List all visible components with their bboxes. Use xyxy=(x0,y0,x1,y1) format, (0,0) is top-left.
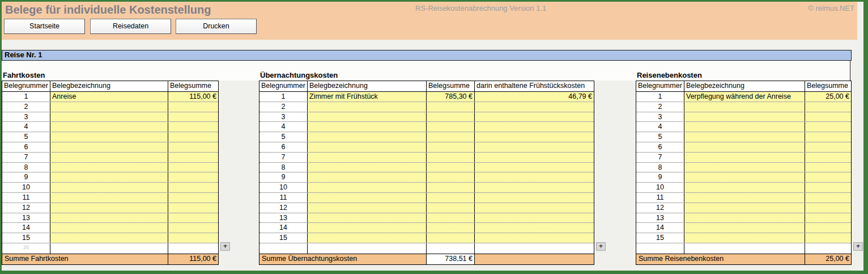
entry-cell-summe[interactable] xyxy=(168,153,218,162)
entry-cell-summe[interactable] xyxy=(427,233,475,243)
entry-cell-bezeichnung[interactable] xyxy=(684,112,805,122)
entry-cell-summe[interactable] xyxy=(168,193,218,203)
entry-cell-fruehstueck[interactable] xyxy=(475,132,594,142)
entry-cell-bezeichnung[interactable] xyxy=(308,163,427,172)
entry-cell-summe[interactable] xyxy=(805,102,851,112)
drucken-button[interactable]: Drucken xyxy=(176,19,257,34)
entry-cell-bezeichnung[interactable] xyxy=(684,172,805,182)
entry-cell-fruehstueck[interactable] xyxy=(475,112,594,122)
entry-cell-summe[interactable] xyxy=(427,172,475,182)
entry-cell-bezeichnung[interactable] xyxy=(684,122,805,132)
entry-cell-summe[interactable] xyxy=(168,172,218,182)
entry-cell-summe[interactable] xyxy=(805,213,851,223)
entry-cell-fruehstueck[interactable]: 46,79 € xyxy=(475,92,594,102)
entry-cell-summe[interactable] xyxy=(168,223,218,233)
entry-cell-bezeichnung[interactable] xyxy=(684,153,805,162)
entry-cell-bezeichnung[interactable] xyxy=(50,223,168,233)
entry-cell-bezeichnung[interactable] xyxy=(308,203,427,213)
entry-cell-bezeichnung[interactable] xyxy=(308,193,427,203)
entry-cell-bezeichnung[interactable] xyxy=(50,153,168,162)
entry-cell-summe[interactable] xyxy=(168,183,218,192)
entry-cell-summe[interactable] xyxy=(427,153,475,162)
entry-cell-summe[interactable] xyxy=(805,163,851,172)
entry-cell-summe[interactable] xyxy=(168,163,218,172)
entry-cell-summe[interactable] xyxy=(427,193,475,203)
entry-cell-bezeichnung[interactable] xyxy=(308,233,427,243)
entry-cell-bezeichnung[interactable] xyxy=(684,223,805,233)
entry-cell-fruehstueck[interactable] xyxy=(475,122,594,132)
entry-cell-fruehstueck[interactable] xyxy=(475,233,594,243)
entry-cell-bezeichnung[interactable] xyxy=(684,163,805,172)
entry-cell-summe[interactable] xyxy=(805,172,851,182)
add-row-button-uebernachtungskosten[interactable]: + xyxy=(596,242,606,251)
entry-cell-summe[interactable] xyxy=(168,102,218,112)
entry-cell-bezeichnung[interactable]: Verpflegung während der Anreise xyxy=(684,92,805,102)
entry-cell-fruehstueck[interactable] xyxy=(475,213,594,223)
entry-cell-bezeichnung[interactable] xyxy=(308,142,427,152)
add-row-button-fahrtkosten[interactable]: + xyxy=(220,242,230,251)
entry-cell-bezeichnung[interactable] xyxy=(50,102,168,112)
entry-cell-bezeichnung[interactable] xyxy=(50,112,168,122)
entry-cell-bezeichnung[interactable] xyxy=(50,213,168,223)
entry-cell-bezeichnung[interactable] xyxy=(684,183,805,192)
entry-cell-summe[interactable] xyxy=(427,112,475,122)
entry-cell-bezeichnung[interactable] xyxy=(308,122,427,132)
entry-cell-fruehstueck[interactable] xyxy=(475,163,594,172)
entry-cell-bezeichnung[interactable] xyxy=(684,102,805,112)
entry-cell-summe[interactable] xyxy=(168,203,218,213)
entry-cell-bezeichnung[interactable] xyxy=(684,213,805,223)
entry-cell-bezeichnung[interactable] xyxy=(308,223,427,233)
entry-cell-bezeichnung[interactable] xyxy=(308,213,427,223)
entry-cell-summe[interactable] xyxy=(427,183,475,192)
entry-cell-bezeichnung[interactable] xyxy=(684,233,805,243)
entry-cell-summe[interactable] xyxy=(427,213,475,223)
entry-cell-bezeichnung[interactable] xyxy=(50,172,168,182)
entry-cell-summe[interactable] xyxy=(805,153,851,162)
entry-cell-bezeichnung[interactable] xyxy=(684,203,805,213)
entry-cell-summe[interactable] xyxy=(805,142,851,152)
entry-cell-bezeichnung[interactable] xyxy=(308,112,427,122)
startseite-button[interactable]: Startseite xyxy=(4,19,85,34)
entry-cell-summe[interactable]: 25,00 € xyxy=(805,92,851,102)
entry-cell-summe[interactable] xyxy=(427,102,475,112)
entry-cell-summe[interactable] xyxy=(805,203,851,213)
entry-cell-summe[interactable] xyxy=(805,183,851,192)
entry-cell-fruehstueck[interactable] xyxy=(475,183,594,192)
reisedaten-button[interactable]: Reisedaten xyxy=(90,19,171,34)
entry-cell-fruehstueck[interactable] xyxy=(475,223,594,233)
entry-cell-summe[interactable] xyxy=(805,193,851,203)
entry-cell-bezeichnung[interactable] xyxy=(308,153,427,162)
entry-cell-summe[interactable] xyxy=(805,112,851,122)
entry-cell-summe[interactable]: 785,30 € xyxy=(427,92,475,102)
entry-cell-bezeichnung[interactable] xyxy=(50,163,168,172)
entry-cell-bezeichnung[interactable] xyxy=(308,132,427,142)
entry-cell-summe[interactable] xyxy=(805,122,851,132)
entry-cell-bezeichnung[interactable]: Anreise xyxy=(50,92,168,102)
entry-cell-fruehstueck[interactable] xyxy=(475,142,594,152)
entry-cell-summe[interactable] xyxy=(427,142,475,152)
entry-cell-bezeichnung[interactable] xyxy=(308,102,427,112)
entry-cell-bezeichnung[interactable] xyxy=(50,203,168,213)
add-row-button-reisenebenkosten[interactable]: + xyxy=(853,242,863,251)
entry-cell-fruehstueck[interactable] xyxy=(475,153,594,162)
entry-cell-summe[interactable] xyxy=(427,203,475,213)
entry-cell-bezeichnung[interactable]: Zimmer mit Frühstück xyxy=(308,92,427,102)
entry-cell-bezeichnung[interactable] xyxy=(50,142,168,152)
entry-cell-bezeichnung[interactable] xyxy=(50,233,168,243)
entry-cell-summe[interactable] xyxy=(168,213,218,223)
entry-cell-summe[interactable] xyxy=(805,132,851,142)
entry-cell-summe[interactable] xyxy=(168,132,218,142)
entry-cell-summe[interactable]: 115,00 € xyxy=(168,92,218,102)
entry-cell-summe[interactable] xyxy=(805,233,851,243)
entry-cell-fruehstueck[interactable] xyxy=(475,102,594,112)
entry-cell-fruehstueck[interactable] xyxy=(475,172,594,182)
entry-cell-summe[interactable] xyxy=(427,163,475,172)
entry-cell-summe[interactable] xyxy=(168,142,218,152)
entry-cell-summe[interactable] xyxy=(168,122,218,132)
entry-cell-summe[interactable] xyxy=(168,233,218,243)
entry-cell-summe[interactable] xyxy=(168,112,218,122)
entry-cell-bezeichnung[interactable] xyxy=(50,193,168,203)
entry-cell-fruehstueck[interactable] xyxy=(475,193,594,203)
entry-cell-summe[interactable] xyxy=(427,122,475,132)
entry-cell-bezeichnung[interactable] xyxy=(50,183,168,192)
